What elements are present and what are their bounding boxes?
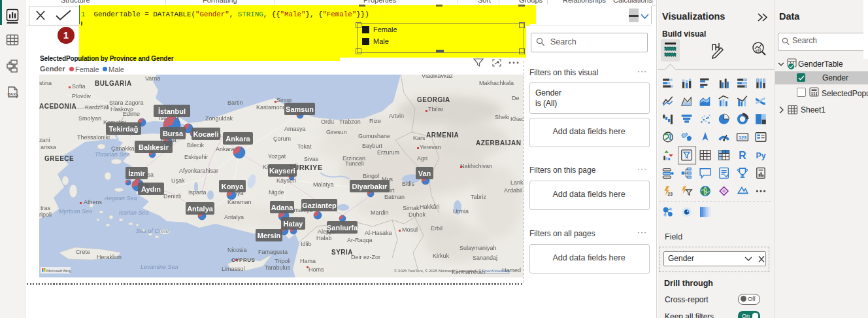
svg-text:Mersin: Mersin <box>258 232 281 239</box>
svg-text:Homs: Homs <box>309 266 324 273</box>
svg-text:Lank: Lank <box>510 179 524 186</box>
svg-text:Erzurum: Erzurum <box>377 149 399 156</box>
svg-text:Khach: Khach <box>510 116 524 122</box>
svg-text:Batman: Batman <box>384 194 405 200</box>
svg-text:Bayburt: Bayburt <box>362 143 383 149</box>
svg-text:tras: tras <box>41 205 51 211</box>
svg-text:Levantine Sea: Levantine Sea <box>141 264 178 270</box>
svg-text:Hama: Hama <box>300 258 316 264</box>
svg-text:Hatay: Hatay <box>284 220 304 228</box>
svg-text:Hakkâri: Hakkâri <box>420 203 440 210</box>
svg-text:Sea of Crete: Sea of Crete <box>136 228 169 234</box>
svg-text:Plovdiv: Plovdiv <box>72 93 92 99</box>
svg-text:Tbilisi: Tbilisi <box>428 106 443 113</box>
svg-text:Gumushane: Gumushane <box>358 133 390 139</box>
svg-text:Trabzon: Trabzon <box>339 118 361 125</box>
svg-text:Tekirdağ: Tekirdağ <box>108 125 138 133</box>
svg-text:© 2025 TomTom, © 2025 Microsof: © 2025 TomTom, © 2025 Microsoft Corporat… <box>394 269 510 273</box>
svg-text:Ar-Raqqa: Ar-Raqqa <box>347 237 373 243</box>
svg-text:Tunceli: Tunceli <box>345 160 364 167</box>
svg-text:Antalya: Antalya <box>224 214 244 221</box>
svg-text:Malatya: Malatya <box>313 181 334 188</box>
svg-text:Rize: Rize <box>369 118 381 124</box>
svg-text:Konya: Konya <box>222 183 244 190</box>
svg-text:Mosul: Mosul <box>402 226 418 233</box>
svg-text:Bursa: Bursa <box>163 130 184 137</box>
svg-text:Sulaymaniyah: Sulaymaniyah <box>459 245 497 251</box>
svg-text:Nigde: Nigde <box>269 189 284 196</box>
svg-text:Aydın: Aydın <box>141 185 161 193</box>
svg-text:Limassol: Limassol <box>222 266 245 272</box>
svg-text:Artvin: Artvin <box>389 113 404 119</box>
svg-text:İstanbul: İstanbul <box>158 107 186 115</box>
svg-text:Kocaeli: Kocaeli <box>193 130 218 138</box>
svg-text:Urmia: Urmia <box>453 208 469 215</box>
svg-text:Kayseri: Kayseri <box>269 167 295 175</box>
svg-text:Isparta: Isparta <box>188 189 207 196</box>
svg-text:DAX: DAX <box>8 92 16 96</box>
svg-text:Sinop: Sinop <box>276 97 292 103</box>
svg-text:Afyonkarahisar: Afyonkarahisar <box>179 168 218 174</box>
svg-text:Tokat: Tokat <box>297 143 312 150</box>
svg-text:De: De <box>512 95 520 101</box>
svg-text:Thracian Sea: Thracian Sea <box>95 151 130 158</box>
svg-text:Al-Hasaka: Al-Hasaka <box>365 230 392 236</box>
svg-text:Aegean Sea: Aegean Sea <box>104 195 137 202</box>
svg-text:Gaziantep: Gaziantep <box>302 202 337 209</box>
svg-text:Tripoli: Tripoli <box>275 258 290 264</box>
svg-text:Bilecik: Bilecik <box>187 142 205 149</box>
svg-text:Halab: Halab <box>316 235 332 241</box>
svg-text:Kars: Kars <box>413 135 426 141</box>
svg-text:Van: Van <box>418 169 431 177</box>
svg-text:Tarabulus: Tarabulus <box>265 264 291 271</box>
svg-text:Denizli: Denizli <box>163 193 181 200</box>
svg-text:Bartin: Bartin <box>227 99 243 106</box>
svg-text:Nakhichivan: Nakhichivan <box>460 163 492 169</box>
svg-text:Edirne: Edirne <box>123 111 140 117</box>
svg-text:Sanandaj: Sanandaj <box>473 255 497 261</box>
svg-text:AZERBAIJAN: AZERBAIJAN <box>476 139 521 147</box>
svg-text:Amasya: Amasya <box>284 126 306 132</box>
svg-text:Sivas: Sivas <box>304 156 319 162</box>
svg-text:Varna: Varna <box>145 75 160 82</box>
svg-text:Famagusta: Famagusta <box>258 249 288 255</box>
svg-text:Ankara: Ankara <box>216 146 235 152</box>
svg-text:Heraklion: Heraklion <box>97 254 122 260</box>
svg-text:Şanlıurfa: Şanlıurfa <box>327 224 358 232</box>
svg-text:SYRIA: SYRIA <box>331 249 353 256</box>
svg-text:Mardin: Mardin <box>371 209 389 216</box>
svg-text:Antalya: Antalya <box>187 205 214 213</box>
svg-text:BULGARIA: BULGARIA <box>95 80 132 87</box>
svg-text:Ordu: Ordu <box>321 118 334 125</box>
svg-text:zani: zani <box>39 137 50 143</box>
svg-text:Bingol: Bingol <box>363 173 379 179</box>
svg-text:Nicosia: Nicosia <box>227 247 247 253</box>
svg-text:ACEDONIA: ACEDONIA <box>39 103 76 110</box>
svg-text:ripoli: ripoli <box>39 211 52 218</box>
svg-text:123: 123 <box>739 135 746 141</box>
svg-text:Deir ez-Zor: Deir ez-Zor <box>351 254 380 260</box>
svg-text:GREECE: GREECE <box>44 155 74 162</box>
svg-text:CYPRUS: CYPRUS <box>231 257 256 263</box>
svg-text:Erbil: Erbil <box>431 225 442 232</box>
svg-text:Kastamonu: Kastamonu <box>256 104 286 111</box>
svg-text:arissa: arissa <box>41 144 56 150</box>
svg-text:Diyarbakır: Diyarbakır <box>352 183 388 190</box>
svg-text:Microsoft Bing: Microsoft Bing <box>46 269 71 273</box>
svg-text:İzmir: İzmir <box>128 169 145 177</box>
svg-text:stina: stina <box>39 80 52 86</box>
svg-text:Idlib: Idlib <box>301 241 312 247</box>
svg-text:R: R <box>739 150 746 161</box>
svg-text:Ankara: Ankara <box>225 135 250 143</box>
svg-text:Icarian Sea: Icarian Sea <box>119 209 149 216</box>
svg-text:Sheki: Sheki <box>495 114 510 120</box>
svg-text:Kirkuk: Kirkuk <box>433 253 450 259</box>
svg-text:ARMENIA: ARMENIA <box>426 132 459 139</box>
svg-text:Eskişehir: Eskişehir <box>184 154 209 160</box>
svg-text:Adana: Adana <box>271 203 294 211</box>
svg-text:Çorum: Çorum <box>273 135 291 142</box>
svg-text:Sofia: Sofia <box>72 83 86 90</box>
svg-text:Uşak: Uşak <box>171 177 185 184</box>
svg-text:Stara Zagora: Stara Zagora <box>109 99 144 106</box>
svg-text:Sirnak: Sirnak <box>403 205 420 211</box>
